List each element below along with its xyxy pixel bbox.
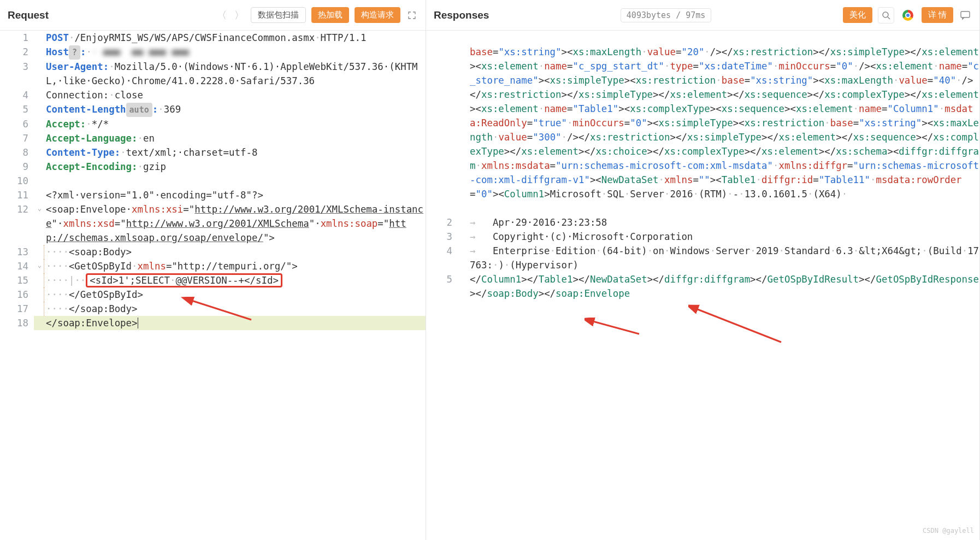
line-number: 18 <box>0 316 34 330</box>
line-number: 8 <box>0 145 34 160</box>
detail-button[interactable]: 详 情 <box>922 7 953 23</box>
fullscreen-icon[interactable] <box>406 9 418 21</box>
beautify-button[interactable]: 美化 <box>843 7 872 23</box>
host-hint-pill: ? <box>69 45 80 60</box>
line-number: 4 <box>0 88 34 102</box>
line-number: 1 <box>0 31 34 45</box>
line-number: 2 <box>0 45 34 59</box>
line-number: 3 <box>0 60 34 74</box>
nav-prev-icon[interactable]: 〈 <box>216 7 228 24</box>
line-number: 17 <box>0 302 34 316</box>
annotation-arrow-icon <box>688 304 787 348</box>
line-number: 7 <box>0 131 34 145</box>
hotload-button[interactable]: 热加载 <box>311 7 349 23</box>
line-number: 3 <box>426 230 458 244</box>
request-header: Request 〈 〉 数据包扫描 热加载 构造请求 <box>0 0 426 31</box>
svg-rect-3 <box>961 11 970 17</box>
svg-point-1 <box>883 12 888 17</box>
response-panel: Responses 4093bytes / 97ms 美化 详 情 base="… <box>426 0 980 540</box>
annotation-arrow-icon <box>585 318 645 339</box>
watermark: CSDN @gaylell <box>923 524 974 538</box>
line-number: 9 <box>0 160 34 174</box>
line-number: 5 <box>426 272 458 286</box>
response-meta-badge: 4093bytes / 97ms <box>621 8 712 22</box>
response-title: Responses <box>434 9 489 21</box>
response-editor[interactable]: base="xs:string"><xs:maxLength·value="20… <box>426 31 979 540</box>
search-icon[interactable] <box>878 7 894 24</box>
sql-injection-highlight: <sId>1';SELECT·@@VERSION--+</sId> <box>86 273 282 287</box>
line-number: 5 <box>0 102 34 116</box>
cursor-line: </soap:Envelope> <box>34 316 426 330</box>
line-number: 11 <box>0 188 34 202</box>
line-number: 12⌄ <box>0 202 34 216</box>
line-number: 14⌄ <box>0 259 34 273</box>
build-request-button[interactable]: 构造请求 <box>355 7 400 23</box>
auto-len-pill: auto <box>126 103 152 117</box>
line-number: 4 <box>426 244 458 258</box>
nav-next-icon[interactable]: 〉 <box>233 7 245 24</box>
scan-packet-button[interactable]: 数据包扫描 <box>251 7 306 23</box>
chat-icon[interactable] <box>959 9 972 22</box>
chrome-icon[interactable] <box>900 7 916 24</box>
line-number: 6 <box>0 117 34 131</box>
line-number: 13 <box>0 245 34 259</box>
redacted-host: · ■■■ ■■ ■■■ ■■■ <box>92 46 189 57</box>
line-number: 15 <box>0 273 34 287</box>
request-panel: Request 〈 〉 数据包扫描 热加载 构造请求 1 POST·/Enjoy… <box>0 0 426 540</box>
response-header: Responses 4093bytes / 97ms 美化 详 情 <box>426 0 979 31</box>
line-number: 10 <box>0 174 34 188</box>
request-title: Request <box>8 9 49 21</box>
svg-line-5 <box>695 308 781 342</box>
svg-line-2 <box>888 17 890 19</box>
line-number: 16 <box>0 287 34 302</box>
request-editor[interactable]: 1 POST·/EnjoyRMIS_WS/WS/APS/CWSFinanceCo… <box>0 31 426 540</box>
line-number: 2 <box>426 215 458 230</box>
fold-icon[interactable]: ⌄ <box>34 204 42 212</box>
svg-line-4 <box>591 321 639 334</box>
